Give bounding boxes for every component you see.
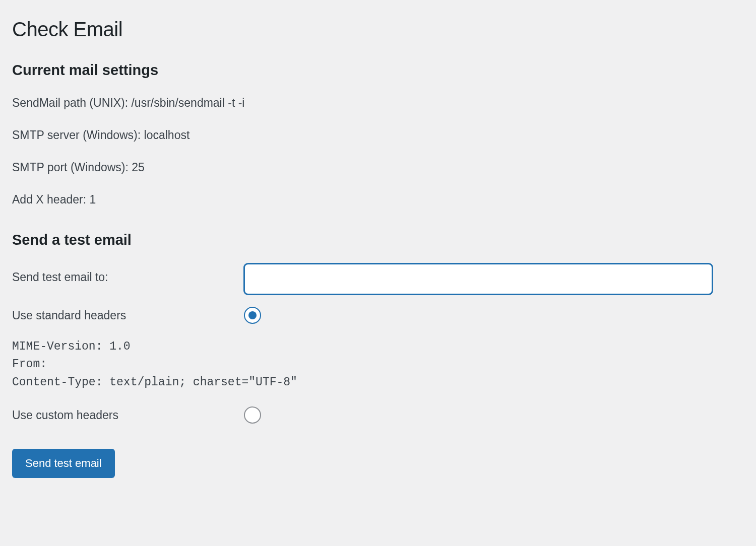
use-custom-label: Use custom headers bbox=[12, 406, 244, 422]
send-test-email-button[interactable]: Send test email bbox=[12, 449, 115, 478]
use-standard-radio[interactable] bbox=[244, 307, 261, 324]
setting-smtp-port-label: SMTP port (Windows): bbox=[12, 161, 132, 174]
setting-smtp-server: SMTP server (Windows): localhost bbox=[12, 128, 744, 143]
setting-add-x-header: Add X header: 1 bbox=[12, 192, 744, 208]
setting-smtp-port: SMTP port (Windows): 25 bbox=[12, 160, 744, 175]
current-settings-heading: Current mail settings bbox=[12, 62, 744, 79]
setting-sendmail-path-value: /usr/sbin/sendmail -t -i bbox=[131, 96, 244, 109]
setting-add-x-header-value: 1 bbox=[89, 193, 96, 206]
setting-add-x-header-label: Add X header: bbox=[12, 193, 89, 206]
setting-smtp-server-label: SMTP server (Windows): bbox=[12, 128, 144, 142]
setting-smtp-server-value: localhost bbox=[144, 128, 190, 142]
setting-sendmail-path-label: SendMail path (UNIX): bbox=[12, 96, 131, 109]
send-test-heading: Send a test email bbox=[12, 232, 744, 248]
use-standard-label: Use standard headers bbox=[12, 307, 244, 322]
setting-sendmail-path: SendMail path (UNIX): /usr/sbin/sendmail… bbox=[12, 96, 744, 111]
row-use-standard: Use standard headers bbox=[12, 307, 744, 326]
setting-smtp-port-value: 25 bbox=[132, 161, 145, 174]
page-title: Check Email bbox=[12, 18, 744, 41]
row-send-to: Send test email to: bbox=[12, 263, 744, 295]
send-to-label: Send test email to: bbox=[12, 263, 244, 284]
use-custom-field-col bbox=[244, 406, 713, 426]
send-to-field-col bbox=[244, 263, 713, 295]
standard-headers-preview: MIME-Version: 1.0 From: Content-Type: te… bbox=[12, 338, 744, 392]
send-to-input[interactable] bbox=[244, 263, 713, 295]
use-standard-field-col bbox=[244, 307, 713, 326]
row-use-custom: Use custom headers bbox=[12, 406, 744, 426]
use-custom-radio[interactable] bbox=[244, 406, 261, 424]
page-wrap: Check Email Current mail settings SendMa… bbox=[0, 0, 756, 490]
